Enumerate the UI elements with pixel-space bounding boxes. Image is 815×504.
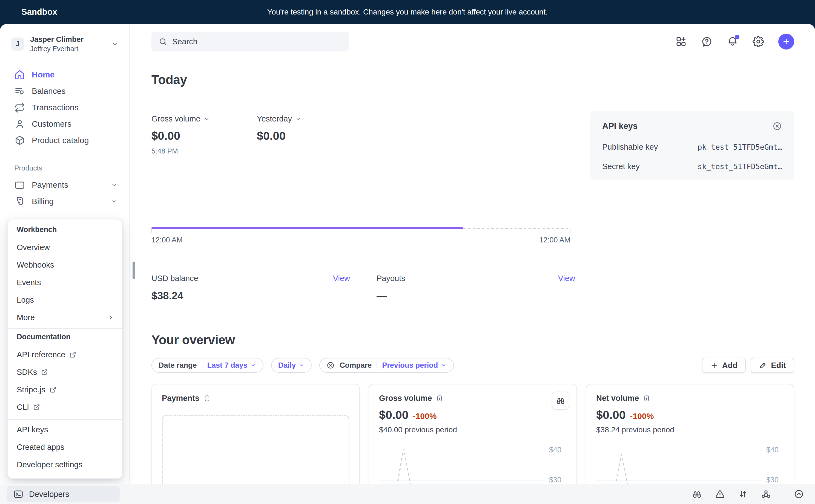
sidebar-item-label: Home bbox=[32, 70, 54, 79]
api-keys-title: API keys bbox=[602, 121, 638, 131]
close-button[interactable] bbox=[772, 121, 782, 131]
gross-volume-selector[interactable]: Gross volume bbox=[151, 114, 257, 123]
card-previous-period: $40.00 previous period bbox=[379, 425, 566, 434]
account-text: Jasper Climber Jeffrey Everhart bbox=[30, 35, 83, 53]
notifications-button[interactable] bbox=[727, 36, 738, 47]
y-tick-top: $40 bbox=[549, 446, 566, 454]
menu-item-events[interactable]: Events bbox=[8, 274, 122, 291]
product-catalog-icon bbox=[14, 135, 25, 146]
help-button[interactable] bbox=[701, 36, 713, 47]
chevron-down-icon bbox=[111, 198, 117, 205]
gross-volume-value: $0.00 bbox=[151, 129, 257, 143]
yesterday-stat: Yesterday $0.00 bbox=[257, 114, 362, 155]
menu-item-api-reference[interactable]: API reference bbox=[8, 346, 122, 363]
info-icon bbox=[643, 395, 651, 402]
section-divider bbox=[151, 95, 794, 95]
menu-item-sdks[interactable]: SDKs bbox=[8, 363, 122, 381]
yesterday-selector[interactable]: Yesterday bbox=[257, 114, 362, 123]
remove-compare-icon[interactable] bbox=[327, 361, 335, 369]
scrollbar-thumb[interactable] bbox=[132, 262, 135, 279]
account-subtitle: Jeffrey Everhart bbox=[30, 45, 83, 53]
sidebar-item-customers[interactable]: Customers bbox=[4, 116, 125, 132]
developers-toggle[interactable]: Developers bbox=[7, 486, 120, 502]
sidebar-item-label: Balances bbox=[32, 86, 65, 96]
menu-item-created-apps[interactable]: Created apps bbox=[8, 438, 122, 456]
chevron-down-icon bbox=[299, 362, 305, 368]
sidebar-item-transactions[interactable]: Transactions bbox=[4, 99, 125, 116]
compare-value: Previous period bbox=[382, 361, 438, 370]
app-sheet: J Jasper Climber Jeffrey Everhart Home bbox=[0, 24, 815, 504]
help-icon bbox=[701, 36, 713, 47]
sidebar-item-product-catalog[interactable]: Product catalog bbox=[4, 132, 125, 149]
card-title-text: Payments bbox=[162, 394, 199, 403]
compare-label: Compare bbox=[340, 361, 372, 370]
balance-row: USD balance View $38.24 Payouts View — bbox=[151, 274, 794, 302]
sidebar-item-billing[interactable]: Billing bbox=[4, 193, 125, 210]
menu-item-logs[interactable]: Logs bbox=[8, 291, 122, 309]
menu-item-webhooks[interactable]: Webhooks bbox=[8, 256, 122, 274]
sidebar-item-home[interactable]: Home bbox=[4, 66, 125, 83]
chevron-right-icon bbox=[107, 314, 114, 321]
search-input[interactable] bbox=[172, 37, 342, 46]
compare-filter[interactable]: Compare Previous period bbox=[319, 358, 454, 373]
y-tick-bottom: $30 bbox=[549, 476, 566, 484]
publishable-key-value[interactable]: pk_test_51TFD5eGmt… bbox=[698, 143, 782, 151]
menu-item-api-keys[interactable]: API keys bbox=[8, 421, 122, 438]
menu-item-label: Created apps bbox=[17, 443, 64, 452]
chevron-down-icon bbox=[250, 362, 256, 368]
secret-key-value[interactable]: sk_test_51TFD5eGmt… bbox=[698, 162, 782, 171]
apps-button[interactable] bbox=[675, 36, 687, 47]
sidebar-nav: Home Balances Transactions bbox=[0, 66, 129, 149]
binoculars-icon bbox=[556, 396, 565, 405]
axis-tick bbox=[570, 229, 570, 233]
menu-item-cli[interactable]: CLI bbox=[8, 398, 122, 416]
card-title-text: Net volume bbox=[596, 394, 639, 403]
today-title: Today bbox=[151, 72, 794, 87]
search-bar[interactable] bbox=[151, 32, 349, 51]
yesterday-value: $0.00 bbox=[257, 129, 362, 143]
interval-filter[interactable]: Daily bbox=[271, 358, 312, 373]
info-icon bbox=[436, 395, 443, 402]
create-button[interactable] bbox=[778, 34, 794, 50]
edit-button[interactable]: Edit bbox=[751, 358, 794, 373]
payouts-view-link[interactable]: View bbox=[558, 274, 575, 283]
webhooks-button[interactable] bbox=[761, 489, 771, 499]
chevron-down-icon bbox=[111, 40, 118, 48]
menu-item-overview[interactable]: Overview bbox=[8, 239, 122, 256]
requests-button[interactable] bbox=[738, 489, 748, 499]
sidebar-item-label: Customers bbox=[32, 119, 71, 129]
settings-button[interactable] bbox=[753, 36, 764, 47]
card-value: $0.00 bbox=[596, 408, 626, 422]
sidebar-item-balances[interactable]: Balances bbox=[4, 83, 125, 99]
publishable-key-label: Publishable key bbox=[602, 143, 658, 152]
menu-item-more[interactable]: More bbox=[8, 309, 122, 326]
products-section-label: Products bbox=[0, 164, 129, 172]
date-range-filter[interactable]: Date range Last 7 days bbox=[151, 358, 264, 373]
add-button[interactable]: Add bbox=[702, 358, 746, 373]
errors-button[interactable] bbox=[715, 489, 725, 499]
account-name: Jasper Climber bbox=[30, 35, 83, 44]
inspect-button[interactable] bbox=[552, 392, 569, 410]
collapse-panel-button[interactable] bbox=[794, 489, 804, 499]
balances-icon bbox=[14, 86, 25, 97]
close-circle-icon bbox=[772, 121, 782, 131]
external-link-icon bbox=[69, 351, 77, 358]
sidebar-item-payments[interactable]: Payments bbox=[4, 177, 125, 193]
menu-item-developer-settings[interactable]: Developer settings bbox=[8, 456, 122, 473]
card-previous-period: $38.24 previous period bbox=[596, 425, 784, 434]
account-switcher[interactable]: J Jasper Climber Jeffrey Everhart bbox=[0, 35, 129, 53]
arrows-up-down-icon bbox=[738, 489, 748, 499]
menu-item-stripe-js[interactable]: Stripe.js bbox=[8, 381, 122, 398]
sidebar-item-label: Payments bbox=[32, 180, 68, 190]
sidebar-item-label: Billing bbox=[32, 197, 54, 206]
usd-balance-view-link[interactable]: View bbox=[333, 274, 350, 283]
inspector-button[interactable] bbox=[692, 489, 702, 499]
chevron-down-icon bbox=[204, 116, 210, 122]
card-title-text: Gross volume bbox=[379, 394, 432, 403]
y-tick-bottom: $30 bbox=[766, 476, 784, 484]
top-actions bbox=[675, 34, 794, 50]
today-chart-line bbox=[151, 227, 570, 230]
screen: Sandbox You're testing in a sandbox. Cha… bbox=[0, 0, 815, 504]
card-value: $0.00 bbox=[379, 408, 409, 422]
plus-icon bbox=[710, 361, 718, 369]
